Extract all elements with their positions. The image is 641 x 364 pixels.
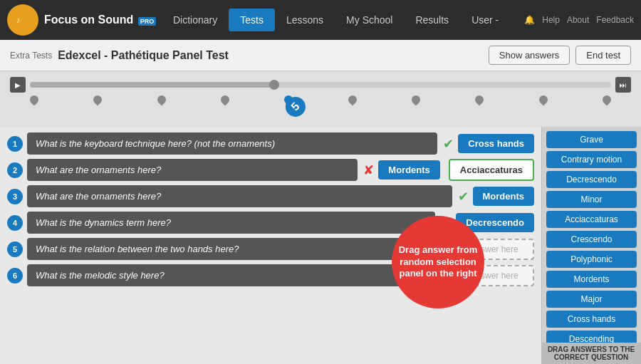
question-text-1: What is the keyboard technique here? (no… (27, 132, 437, 155)
answer-tag-3: Mordents (473, 187, 535, 206)
sub-header-right: Show answers End test (489, 46, 631, 65)
right-panel-footer: DRAG ANSWERS TO THE CORRECT QUESTION (541, 343, 641, 364)
play-button[interactable] (10, 77, 26, 93)
sub-header-left: Extra Tests Edexcel - Pathétique Panel T… (10, 49, 229, 62)
about-link[interactable]: About (567, 15, 589, 25)
logo-icon: ♪ (7, 4, 38, 36)
marker-9[interactable] (537, 94, 549, 106)
chip-cross-hands[interactable]: Cross hands (546, 311, 637, 328)
chip-polyphonic[interactable]: Polyphonic (546, 251, 637, 268)
drag-tooltip: Drag answer from random selection panel … (392, 216, 484, 308)
chip-mordents[interactable]: Mordents (546, 271, 637, 288)
bell-icon: 🔔 (524, 15, 535, 25)
app-name: Focus on Sound PRO (44, 13, 156, 26)
question-text-2: What are the ornaments here? (27, 159, 358, 181)
nav-my-school[interactable]: My School (335, 9, 404, 31)
marker-4[interactable] (219, 94, 231, 106)
marker-7[interactable] (410, 94, 422, 106)
chip-decrescendo[interactable]: Decrescendo (546, 171, 637, 188)
test-title: Edexcel - Pathétique Panel Test (58, 49, 229, 62)
chip-grave[interactable]: Grave (546, 131, 637, 148)
questions-panel: 1 What is the keyboard technique here? (… (0, 127, 541, 351)
table-row: 2 What are the ornaments here? ✘ Mordent… (7, 159, 534, 181)
extra-answer-2: Acciaccaturas (449, 159, 534, 181)
question-text-4: What is the dynamics term here? (27, 212, 435, 234)
nav-tests[interactable]: Tests (229, 9, 275, 31)
question-number-3: 3 (7, 189, 23, 204)
help-link[interactable]: Help (542, 15, 560, 25)
correct-icon-3: ✔ (458, 189, 469, 204)
header-right-links: 🔔 Help About Feedback (524, 15, 634, 25)
marker-5[interactable]: 5 (283, 94, 295, 106)
question-number-1: 1 (7, 136, 23, 152)
show-answers-button[interactable]: Show answers (489, 46, 570, 65)
question-number-5: 5 (7, 241, 23, 257)
question-number-2: 2 (7, 162, 23, 178)
extra-tests-label: Extra Tests (10, 51, 52, 61)
skip-button[interactable] (615, 77, 631, 93)
progress-track[interactable] (30, 82, 611, 88)
chip-crescendo[interactable]: Crescendo (546, 231, 637, 248)
nav-lessons[interactable]: Lessons (275, 9, 335, 31)
right-panel: Grave Contrary motion Decrescendo Minor … (541, 127, 641, 351)
app-header: ♪ Focus on Sound PRO Dictionary Tests Le… (0, 0, 641, 40)
chip-major[interactable]: Major (546, 291, 637, 308)
question-number-6: 6 (7, 268, 23, 284)
answer-tag-2: Mordents (378, 160, 440, 180)
table-row: 3 What are the ornaments here? ✔ Mordent… (7, 185, 534, 207)
question-answer-3: ✔ Mordents (458, 187, 535, 206)
svg-text:♪: ♪ (16, 16, 21, 24)
question-number-4: 4 (7, 215, 23, 231)
end-test-button[interactable]: End test (575, 46, 631, 65)
marker-1[interactable] (28, 94, 41, 106)
question-text-6: What is the melodic style here? (27, 264, 429, 286)
nav-dictionary[interactable]: Dictionary (162, 9, 229, 31)
question-text-3: What are the ornaments here? (27, 185, 452, 207)
question-answer-1: ✔ Cross hands (443, 134, 534, 153)
marker-2[interactable] (92, 94, 104, 106)
feedback-link[interactable]: Feedback (596, 15, 634, 25)
progress-bar-row (10, 77, 631, 93)
marker-6[interactable] (346, 94, 358, 106)
progress-area: 5 (0, 71, 641, 127)
correct-icon-1: ✔ (443, 136, 454, 152)
question-text-5: What is the relation between the two han… (27, 238, 429, 260)
current-question-number: 5 (281, 93, 310, 121)
marker-3[interactable] (155, 94, 167, 106)
progress-handle[interactable] (269, 80, 279, 90)
marker-8[interactable] (474, 94, 486, 106)
nav-user[interactable]: User - (460, 9, 510, 31)
logo-area: ♪ Focus on Sound PRO (7, 4, 156, 36)
chip-contrary-motion[interactable]: Contrary motion (546, 151, 637, 168)
markers-row: 5 (10, 95, 631, 104)
sub-header: Extra Tests Edexcel - Pathétique Panel T… (0, 40, 641, 71)
main-content: 1 What is the keyboard technique here? (… (0, 127, 641, 351)
marker-10[interactable] (600, 94, 613, 106)
wrong-icon-2: ✘ (363, 162, 374, 178)
question-answer-2: ✘ Mordents Acciaccaturas (363, 159, 534, 181)
chip-minor[interactable]: Minor (546, 191, 637, 208)
main-nav: Dictionary Tests Lessons My School Resul… (162, 9, 510, 31)
answer-tag-1: Cross hands (458, 134, 534, 153)
chip-acciaccaturas[interactable]: Acciaccaturas (546, 211, 637, 228)
nav-results[interactable]: Results (404, 9, 460, 31)
table-row: 1 What is the keyboard technique here? (… (7, 132, 534, 155)
